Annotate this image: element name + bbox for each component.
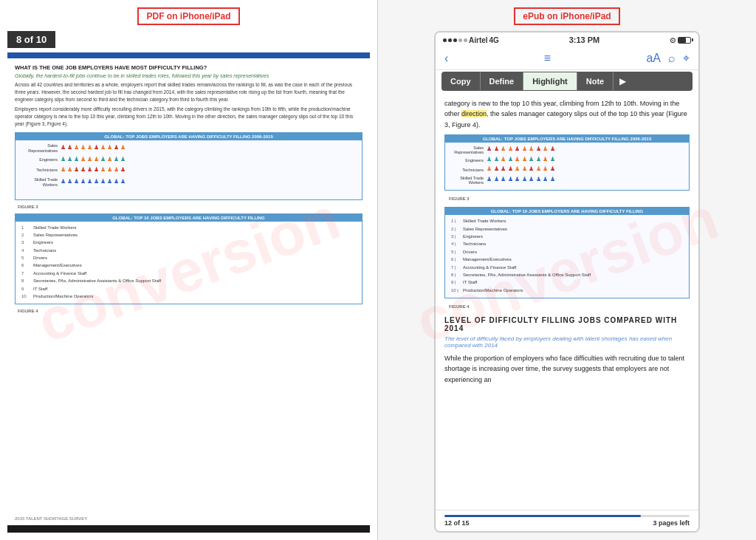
section-title: LEVEL OF DIFFICULTY FILLING JOBS COMPARE… (444, 316, 690, 332)
list-item: 10Production/Machine Operators (21, 293, 356, 299)
epub-figure4-label: FIGURE 4 (444, 303, 690, 310)
list-item: 1 |Skilled Trade Workers (451, 218, 683, 224)
chart-row: Skilled TradeWorkers ♟ ♟ ♟ ♟ ♟ ♟ ♟ ♟ ♟ ♟ (20, 177, 357, 188)
section-heading: WHAT IS THE ONE JOB EMPLOYERS HAVE MOST … (15, 64, 362, 71)
back-button[interactable]: ‹ (444, 52, 448, 65)
person-icon: ♟ (120, 145, 126, 152)
chart1-title: GLOBAL: TOP JOBS EMPLOYERS ARE HAVING DI… (16, 133, 362, 140)
person-icon: ♟ (515, 146, 520, 154)
person-icon: ♟ (501, 177, 506, 184)
person-icon: ♟ (74, 167, 80, 174)
list-item: 2 |Sales Representatives (451, 226, 683, 232)
progress-fill (444, 515, 641, 517)
person-icon: ♟ (515, 177, 520, 184)
define-button[interactable]: Define (481, 72, 524, 90)
font-size-icon[interactable]: aA (646, 52, 661, 65)
person-icon: ♟ (100, 167, 106, 174)
progress-track[interactable] (444, 515, 690, 517)
person-icon: ♟ (529, 157, 535, 164)
person-icon: ♟ (100, 157, 106, 164)
person-icon: ♟ (61, 179, 66, 186)
note-button[interactable]: Note (577, 72, 614, 90)
person-icon: ♟ (494, 177, 500, 184)
list-item: 5Drivers (21, 255, 356, 261)
chart-row: SalesRepresentatives ♟ ♟ ♟ ♟ ♟ ♟ ♟ ♟ ♟ ♟ (20, 143, 357, 154)
chart1: GLOBAL: TOP JOBS EMPLOYERS ARE HAVING DI… (15, 132, 362, 200)
signal-dot (464, 38, 467, 42)
person-icon: ♟ (120, 157, 126, 164)
person-icon: ♟ (94, 145, 100, 152)
epub-chart2-content: 1 |Skilled Trade Workers 2 |Sales Repres… (445, 215, 689, 298)
list-item: 6Management/Executives (21, 262, 356, 268)
person-icon: ♟ (114, 179, 120, 186)
reading-paragraph: category is new to the top 10 this year,… (444, 98, 690, 130)
person-icon: ♟ (114, 145, 120, 152)
nav-icons-right: aA ⌕ ⌖ (646, 52, 690, 65)
person-icon: ♟ (61, 145, 66, 152)
epub-chart-row: Technicians ♟ ♟ ♟ ♟ ♟ ♟ ♟ ♟ ♟ ♟ (450, 166, 684, 174)
highlight-button[interactable]: Highlight (523, 72, 577, 90)
bookmark-icon[interactable]: ⌖ (683, 52, 690, 65)
doc-content: WHAT IS THE ONE JOB EMPLOYERS HAVE MOST … (7, 64, 370, 515)
person-icon: ♟ (501, 146, 506, 154)
pagination-bar: 12 of 15 3 pages left (436, 510, 698, 531)
person-icon: ♟ (87, 167, 93, 174)
person-icon: ♟ (87, 157, 93, 164)
person-icon: ♟ (508, 166, 514, 174)
person-icon: ♟ (107, 157, 113, 164)
chart2: GLOBAL: TOP 10 JOBS EMPLOYERS ARE HAVING… (15, 213, 362, 305)
list-item: 4 |Technicians (451, 241, 683, 247)
person-icon: ♟ (80, 179, 86, 186)
figure3-label: FIGURE 3 (15, 205, 362, 209)
person-icon: ♟ (550, 146, 556, 154)
person-icon: ♟ (107, 145, 113, 152)
person-icon: ♟ (529, 146, 535, 154)
person-icon: ♟ (87, 145, 93, 152)
person-icon: ♟ (543, 146, 549, 154)
menu-icon[interactable]: ≡ (544, 52, 551, 65)
list-item: 3 |Engineers (451, 233, 683, 239)
search-icon[interactable]: ⌕ (668, 52, 676, 65)
epub-icons: ♟ ♟ ♟ ♟ ♟ ♟ ♟ ♟ ♟ ♟ (487, 157, 556, 164)
battery-icon (678, 37, 691, 44)
epub-chart1-title: GLOBAL: TOP JOBS EMPLOYERS ARE HAVING DI… (445, 135, 689, 143)
list-item: 4Technicians (21, 247, 356, 253)
person-icon: ♟ (487, 166, 492, 174)
chart2-title: GLOBAL: TOP 10 JOBS EMPLOYERS ARE HAVING… (16, 214, 362, 222)
list-item: 1Skilled Trade Workers (21, 225, 356, 230)
battery-fill (678, 38, 686, 43)
person-icon: ♟ (529, 177, 535, 184)
signal-dot (443, 38, 447, 42)
copy-button[interactable]: Copy (441, 72, 481, 90)
person-icon: ♟ (61, 157, 66, 164)
person-icon: ♟ (100, 179, 106, 186)
person-icon: ♟ (515, 166, 520, 174)
section-italic: The level of difficulty faced by employe… (444, 335, 690, 349)
person-icon: ♟ (522, 146, 528, 154)
person-icon: ♟ (501, 166, 506, 174)
epub-chart1: GLOBAL: TOP JOBS EMPLOYERS ARE HAVING DI… (444, 134, 690, 191)
figure4-label: FIGURE 4 (15, 309, 362, 313)
person-icon: ♟ (550, 166, 556, 174)
person-icon: ♟ (529, 166, 535, 174)
person-icon: ♟ (487, 157, 492, 164)
person-icon: ♟ (67, 179, 73, 186)
person-icon: ♟ (94, 179, 100, 186)
list-item: 7 |Accounting & Finance Staff (451, 264, 683, 270)
right-panel: conversion ePub on iPhone/iPad Airtel 4G… (378, 0, 756, 540)
list-item: 7Accounting & Finance Staff (21, 270, 356, 276)
context-arrow[interactable]: ▶ (614, 72, 632, 91)
body-text-2: Employers report considerably more diffi… (15, 106, 362, 127)
person-icon: ♟ (543, 157, 549, 164)
time-display: 3:13 PM (569, 35, 600, 44)
epub-chart2-title: GLOBAL: TOP 10 JOBS EMPLOYERS ARE HAVING… (445, 208, 689, 215)
person-icon: ♟ (487, 177, 492, 184)
epub-chart-row: SalesRepresentatives ♟ ♟ ♟ ♟ ♟ ♟ ♟ ♟ ♟ ♟ (450, 146, 684, 154)
chart1-content: SalesRepresentatives ♟ ♟ ♟ ♟ ♟ ♟ ♟ ♟ ♟ ♟ (16, 140, 362, 199)
person-icon: ♟ (550, 157, 556, 164)
reading-content[interactable]: category is new to the top 10 this year,… (436, 92, 698, 510)
wifi-icon: ⊙ (670, 36, 676, 44)
signal-dot (448, 38, 452, 42)
person-icon: ♟ (67, 145, 73, 152)
section-subtitle: Globally, the hardest-to-fill jobs conti… (15, 73, 362, 78)
